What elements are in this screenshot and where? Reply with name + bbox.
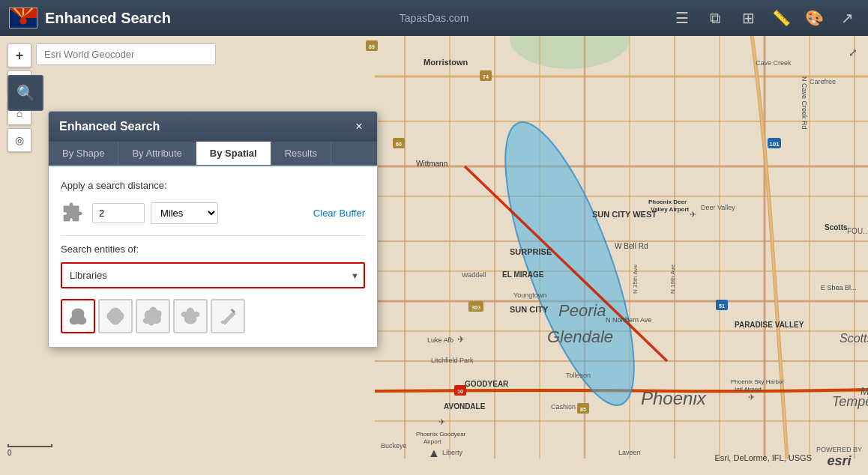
svg-text:Phoenix: Phoenix <box>641 388 707 408</box>
svg-marker-105 <box>223 312 235 324</box>
svg-text:PARADISE VALLEY: PARADISE VALLEY <box>735 321 804 329</box>
app-flag <box>9 7 37 28</box>
clear-buffer-link[interactable]: Clear Buffer <box>313 208 365 219</box>
svg-text:Phoenix Sky Harbor: Phoenix Sky Harbor <box>731 378 784 385</box>
svg-text:Cashion: Cashion <box>551 403 576 411</box>
unit-select[interactable]: Miles Kilometers Feet Meters <box>151 202 218 224</box>
shape-button-pencil[interactable] <box>211 299 245 333</box>
svg-text:Intl Airport: Intl Airport <box>735 386 762 393</box>
scale-line <box>7 444 52 447</box>
tab-results[interactable]: Results <box>271 142 331 165</box>
svg-text:✈: ✈ <box>438 417 445 426</box>
top-bar: Enhanced Search TapasDas.com ☰ ⧉ ⊞ 📏 🎨 ↗ <box>0 0 868 36</box>
grid-icon[interactable]: ⊞ <box>736 6 760 30</box>
share-icon[interactable]: ↗ <box>835 6 859 30</box>
top-icons: ☰ ⧉ ⊞ 📏 🎨 ↗ <box>670 6 859 30</box>
expand-button[interactable]: ⤢ <box>844 43 862 61</box>
svg-text:60: 60 <box>396 142 402 147</box>
svg-text:Peoria: Peoria <box>558 301 606 320</box>
section-divider <box>61 235 365 236</box>
shape-button-blob1[interactable] <box>61 299 95 333</box>
panel-close-button[interactable]: × <box>352 119 367 134</box>
powered-by-text: POWERED BY <box>816 446 862 453</box>
list-icon[interactable]: ☰ <box>670 6 694 30</box>
zoom-in-button[interactable]: + <box>7 43 31 67</box>
svg-text:Deer Valley: Deer Valley <box>701 204 735 211</box>
entities-label: Search entities of: <box>61 243 365 255</box>
distance-label: Apply a search distance: <box>61 180 365 191</box>
svg-text:Liberty: Liberty <box>442 449 463 456</box>
gps-button[interactable]: ◎ <box>7 128 31 152</box>
svg-text:Carefree: Carefree <box>810 78 836 85</box>
attribution-text: Esri, DeLorme, IFL, USGS <box>714 453 812 462</box>
svg-text:Laveen: Laveen <box>618 449 641 456</box>
search-bar <box>36 43 216 65</box>
svg-text:303: 303 <box>471 305 480 310</box>
svg-text:M: M <box>861 385 868 397</box>
entities-select[interactable]: Libraries Schools Parks Hospitals <box>61 262 365 288</box>
svg-text:Glendale: Glendale <box>547 327 613 346</box>
svg-text:101: 101 <box>769 141 780 148</box>
shape-button-blob3[interactable] <box>136 299 170 333</box>
svg-text:10: 10 <box>457 389 463 394</box>
svg-text:Cave Creek: Cave Creek <box>756 59 792 67</box>
entities-select-wrapper: Libraries Schools Parks Hospitals ▼ <box>61 262 365 288</box>
svg-text:85: 85 <box>580 407 586 412</box>
svg-text:Youngtown: Youngtown <box>513 291 546 299</box>
layers-icon[interactable]: ⧉ <box>703 6 727 30</box>
tagline: TapasDas.com <box>400 12 469 24</box>
svg-text:SUN CITY WEST: SUN CITY WEST <box>592 210 657 219</box>
svg-text:✈: ✈ <box>457 334 465 345</box>
tab-by-attribute[interactable]: By Attribute <box>118 142 196 165</box>
svg-text:Phoenix Deer: Phoenix Deer <box>648 199 687 205</box>
tab-by-shape[interactable]: By Shape <box>49 142 118 165</box>
ruler-icon[interactable]: 📏 <box>769 6 793 30</box>
collapse-arrow[interactable]: ▲ <box>428 447 440 460</box>
tab-bar: By Shape By Attribute By Spatial Results <box>49 142 377 166</box>
svg-text:N 35th Ave: N 35th Ave <box>632 264 639 294</box>
search-input[interactable] <box>36 43 216 65</box>
svg-text:Morristown: Morristown <box>424 58 468 67</box>
tab-by-spatial[interactable]: By Spatial <box>196 142 271 165</box>
svg-text:51: 51 <box>719 303 725 309</box>
svg-text:N 19th Ave: N 19th Ave <box>669 264 676 294</box>
svg-text:EL MIRAGE: EL MIRAGE <box>502 270 544 279</box>
enhanced-search-panel: Enhanced Search × By Shape By Attribute … <box>48 111 378 348</box>
svg-text:SURPRISE: SURPRISE <box>510 247 552 256</box>
panel-body: Apply a search distance: 2 Miles Kilomet… <box>49 166 377 347</box>
svg-text:Waddell: Waddell <box>462 271 486 279</box>
svg-text:AVONDALE: AVONDALE <box>444 402 486 411</box>
svg-text:Buckeye: Buckeye <box>381 442 407 450</box>
svg-text:Luke Afb: Luke Afb <box>427 336 453 344</box>
svg-text:Phoenix Goodyear: Phoenix Goodyear <box>416 431 466 438</box>
search-icon-button[interactable]: 🔍 <box>7 75 43 111</box>
svg-text:SUN CITY: SUN CITY <box>510 305 549 314</box>
svg-text:89: 89 <box>369 44 375 49</box>
svg-text:Scotts: Scotts <box>840 332 868 345</box>
svg-text:Litchfield Park: Litchfield Park <box>431 357 474 364</box>
svg-point-103 <box>19 17 26 24</box>
svg-text:W Bell Rd: W Bell Rd <box>615 242 648 250</box>
shape-button-blob4[interactable] <box>173 299 208 333</box>
svg-text:GOODYEAR: GOODYEAR <box>465 380 509 388</box>
distance-input[interactable]: 2 <box>92 203 145 223</box>
svg-text:✈: ✈ <box>690 210 696 219</box>
palette-icon[interactable]: 🎨 <box>802 6 826 30</box>
distance-row: 2 Miles Kilometers Feet Meters Clear Buf… <box>61 199 365 228</box>
esri-logo: esri <box>827 453 851 469</box>
shape-button-row <box>61 299 365 333</box>
shape-button-blob2[interactable] <box>98 299 133 333</box>
svg-text:✈: ✈ <box>748 393 755 402</box>
svg-text:N Cave Creek Rd: N Cave Creek Rd <box>801 76 808 130</box>
scale-bar: 0 <box>7 444 52 457</box>
app-title: Enhanced Search <box>45 10 670 27</box>
svg-text:Wittmann: Wittmann <box>416 160 447 168</box>
svg-text:74: 74 <box>483 74 489 79</box>
svg-text:E Shea Bl...: E Shea Bl... <box>821 284 857 291</box>
panel-title: Enhanced Search <box>59 120 160 133</box>
svg-text:Tolleson: Tolleson <box>566 372 591 379</box>
scale-label: 0 <box>7 449 12 457</box>
search-icon: 🔍 <box>16 84 35 102</box>
svg-text:Airport: Airport <box>424 438 441 445</box>
puzzle-icon <box>61 199 86 228</box>
